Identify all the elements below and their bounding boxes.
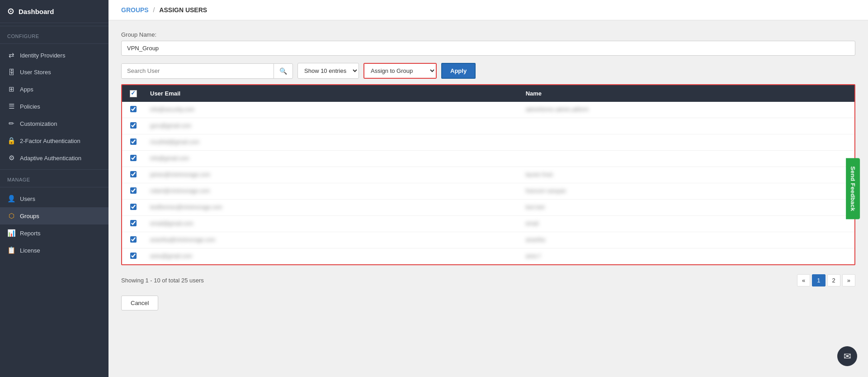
row-checkbox[interactable] (130, 138, 137, 145)
sidebar-header: ⊙ Dashboard (0, 0, 108, 23)
sidebar-item-label: Reports (20, 230, 41, 237)
row-name (520, 134, 854, 150)
license-icon: 📋 (7, 246, 15, 254)
row-name: adminforms admin.adform (520, 102, 854, 118)
row-name: francom varayan (520, 183, 854, 199)
sidebar-item-users[interactable]: 👤 Users (0, 190, 108, 207)
next-page-button[interactable]: » (842, 274, 855, 286)
entries-select[interactable]: Show 10 entries Show 25 entries Show 50 … (297, 63, 359, 79)
apps-icon: ⊞ (7, 85, 15, 93)
search-input[interactable] (122, 64, 274, 78)
row-email: robert@minimorage.com (145, 183, 520, 199)
customization-icon: ✏ (7, 119, 15, 128)
manage-section-label: Manage (0, 172, 108, 184)
sidebar-item-label: Users (20, 196, 35, 202)
row-name: test test (520, 199, 854, 215)
row-checkbox[interactable] (130, 187, 137, 194)
toolbar: 🔍 Show 10 entries Show 25 entries Show 5… (121, 63, 855, 79)
row-email: musthid@gmail.com (145, 134, 520, 150)
user-stores-icon: 🗄 (7, 68, 15, 76)
row-email: info@security.com (145, 102, 520, 118)
row-checkbox[interactable] (130, 253, 137, 259)
apply-button[interactable]: Apply (441, 63, 476, 79)
row-checkbox-cell (122, 199, 145, 215)
users-table: User Email Name info@security.comadminfo… (122, 85, 854, 264)
row-email: anantha@minimorage.com (145, 232, 520, 248)
showing-text: Showing 1 - 10 of total 25 users (121, 277, 204, 284)
reports-icon: 📊 (7, 229, 15, 237)
sidebar-item-customization[interactable]: ✏ Customization (0, 115, 108, 132)
row-email: email@gmail.com (145, 215, 520, 232)
row-email: anes@gmail.com (145, 248, 520, 264)
sidebar-item-adaptive-auth[interactable]: ⚙ Adaptive Authentication (0, 149, 108, 167)
main-content: GROUPS / ASSIGN USERS Group Name: 🔍 Show… (108, 0, 868, 377)
row-checkbox-cell (122, 183, 145, 199)
sidebar-item-label: Adaptive Authentication (20, 155, 81, 162)
row-email: guru@gmail.com (145, 118, 520, 134)
breadcrumb-parent-link[interactable]: GROUPS (121, 6, 149, 14)
row-checkbox-cell (122, 232, 145, 248)
table-row: musthid@gmail.com (122, 134, 854, 150)
row-checkbox[interactable] (130, 220, 137, 226)
table-body: info@security.comadminforms admin.adform… (122, 102, 854, 264)
row-checkbox-cell (122, 150, 145, 167)
page-1-button[interactable]: 1 (812, 274, 825, 286)
group-name-input[interactable] (121, 41, 855, 56)
row-email: james@minimorage.com (145, 167, 520, 183)
prev-page-button[interactable]: « (797, 274, 810, 286)
sidebar-item-policies[interactable]: ☰ Policies (0, 98, 108, 115)
row-checkbox-cell (122, 118, 145, 134)
sidebar-item-two-factor[interactable]: 🔒 2-Factor Authentication (0, 132, 108, 149)
sidebar-item-license[interactable]: 📋 License (0, 242, 108, 259)
row-checkbox[interactable] (130, 106, 137, 112)
page-2-button[interactable]: 2 (827, 274, 840, 286)
sidebar-item-label: Groups (20, 213, 39, 220)
row-checkbox-cell (122, 167, 145, 183)
feedback-tab[interactable]: Send Feedback (846, 158, 860, 219)
policies-icon: ☰ (7, 102, 15, 110)
sidebar: ⊙ Dashboard Configure ⇄ Identity Provide… (0, 0, 108, 377)
row-checkbox-cell (122, 102, 145, 118)
group-name-label: Group Name: (121, 31, 855, 38)
cancel-button[interactable]: Cancel (121, 296, 158, 310)
table-row: info@gmail.com (122, 150, 854, 167)
dashboard-icon: ⊙ (7, 6, 14, 16)
sidebar-item-reports[interactable]: 📊 Reports (0, 224, 108, 242)
row-name: anes f (520, 248, 854, 264)
message-icon[interactable]: ✉ (837, 346, 857, 366)
row-checkbox-cell (122, 248, 145, 264)
table-row: info@security.comadminforms admin.adform (122, 102, 854, 118)
row-checkbox[interactable] (130, 204, 137, 210)
sidebar-item-label: Identity Providers (20, 52, 65, 59)
breadcrumb-separator: / (153, 6, 155, 14)
row-checkbox-cell (122, 134, 145, 150)
select-all-header[interactable] (122, 85, 145, 102)
row-checkbox-cell (122, 215, 145, 232)
row-email: testflomrex@minimorage.com (145, 199, 520, 215)
sidebar-item-groups[interactable]: ⬡ Groups (0, 207, 108, 224)
sidebar-item-label: User Stores (20, 69, 51, 76)
row-name: lauren frost (520, 167, 854, 183)
sidebar-item-apps[interactable]: ⊞ Apps (0, 81, 108, 98)
select-all-checkbox[interactable] (130, 90, 137, 97)
assign-to-group-select[interactable]: Assign to Group Remove from Group (364, 64, 436, 78)
dashboard-label[interactable]: Dashboard (19, 8, 54, 15)
table-row: email@gmail.comemail (122, 215, 854, 232)
sidebar-item-identity-providers[interactable]: ⇄ Identity Providers (0, 47, 108, 64)
table-header-row: User Email Name (122, 85, 854, 102)
name-column-header: Name (520, 85, 854, 102)
table-row: anantha@minimorage.comanantha (122, 232, 854, 248)
row-checkbox[interactable] (130, 155, 137, 161)
configure-section-label: Configure (0, 29, 108, 41)
assign-select-wrapper: Assign to Group Remove from Group (363, 63, 437, 79)
table-row: testflomrex@minimorage.comtest test (122, 199, 854, 215)
row-checkbox[interactable] (130, 122, 137, 129)
sidebar-item-user-stores[interactable]: 🗄 User Stores (0, 64, 108, 81)
sidebar-item-label: Apps (20, 86, 33, 93)
row-checkbox[interactable] (130, 171, 137, 177)
row-checkbox[interactable] (130, 236, 137, 243)
search-button[interactable]: 🔍 (274, 64, 292, 78)
row-name (520, 150, 854, 167)
search-wrapper: 🔍 (121, 63, 293, 79)
sidebar-item-label: 2-Factor Authentication (20, 138, 80, 144)
